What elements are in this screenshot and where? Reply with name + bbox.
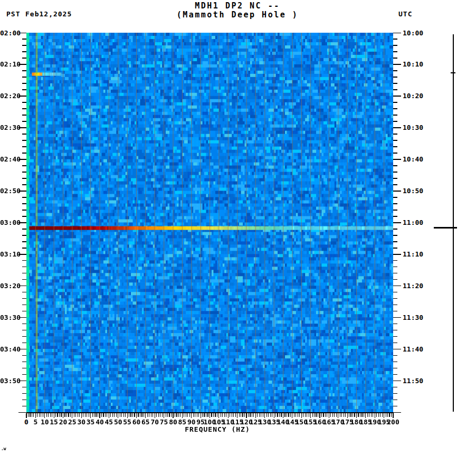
x-axis-tick bbox=[153, 413, 153, 417]
left-axis-tick bbox=[22, 102, 26, 103]
x-axis-tick bbox=[193, 413, 194, 417]
left-axis-tick bbox=[22, 374, 26, 375]
x-axis-tick bbox=[296, 413, 296, 417]
left-axis-tick bbox=[22, 343, 26, 344]
right-axis-time-label: 11:40 bbox=[403, 346, 423, 353]
x-axis-tick bbox=[39, 413, 40, 417]
right-axis-tick bbox=[393, 336, 397, 337]
x-axis-tick bbox=[237, 413, 237, 418]
right-axis-time-label: 10:30 bbox=[403, 124, 423, 131]
x-axis-tick bbox=[141, 413, 142, 417]
x-axis-tick bbox=[175, 413, 175, 417]
x-axis-tick bbox=[129, 413, 129, 417]
left-axis-tick bbox=[22, 203, 26, 204]
x-axis-tick bbox=[321, 413, 322, 417]
x-axis-tick bbox=[378, 413, 379, 417]
left-axis-tick bbox=[22, 400, 26, 401]
x-axis-tick bbox=[358, 413, 358, 417]
left-axis-tick bbox=[22, 406, 26, 407]
x-axis-tick bbox=[360, 413, 360, 417]
spectrogram-image bbox=[26, 33, 393, 412]
x-axis-tick bbox=[184, 413, 184, 417]
right-axis-tick bbox=[393, 45, 397, 46]
x-axis-tick bbox=[239, 413, 240, 417]
right-axis-tick bbox=[393, 292, 397, 293]
x-axis-title: FREQUENCY (HZ) bbox=[138, 425, 297, 433]
x-axis-tick bbox=[206, 413, 206, 417]
right-axis-tick bbox=[393, 412, 401, 413]
spectrogram-page: MDH1 DP2 NC -- (Mammoth Deep Hole ) PST … bbox=[0, 0, 476, 456]
x-axis-tick bbox=[272, 413, 272, 417]
right-axis-tick bbox=[393, 197, 397, 198]
right-axis-tick bbox=[393, 96, 401, 97]
x-axis-tick bbox=[169, 413, 169, 417]
x-axis-tick bbox=[204, 413, 204, 417]
x-axis-tick bbox=[382, 413, 383, 417]
x-axis-tick bbox=[218, 413, 219, 418]
date-label: Feb12,2025 bbox=[25, 10, 72, 18]
x-axis-tick bbox=[261, 413, 261, 417]
x-axis-tick bbox=[134, 413, 135, 417]
left-axis-tick bbox=[22, 83, 26, 84]
x-axis-tick bbox=[158, 413, 159, 417]
right-axis-tick bbox=[393, 368, 397, 369]
right-axis-tick bbox=[393, 102, 397, 103]
x-axis-tick bbox=[191, 413, 192, 418]
left-axis-tick bbox=[22, 140, 26, 141]
x-axis-tick bbox=[162, 413, 163, 417]
right-axis-tick bbox=[393, 349, 401, 350]
timezone-left-label: PST bbox=[6, 10, 20, 18]
x-axis-tick bbox=[250, 413, 250, 417]
left-axis-time-label: 03:50 bbox=[0, 377, 18, 384]
x-axis-tick bbox=[369, 413, 369, 417]
right-axis-tick bbox=[393, 260, 397, 261]
left-axis-tick bbox=[22, 70, 26, 71]
right-axis-tick bbox=[393, 127, 401, 128]
x-axis-tick bbox=[274, 413, 274, 418]
right-axis-tick bbox=[393, 70, 397, 71]
left-axis-time-label: 03:00 bbox=[0, 219, 18, 226]
right-axis-time-label: 11:30 bbox=[403, 314, 423, 321]
x-axis-tick bbox=[145, 413, 146, 418]
x-axis-tick bbox=[37, 413, 37, 417]
right-axis-tick bbox=[393, 229, 397, 230]
x-axis-tick bbox=[81, 413, 82, 418]
x-axis-tick bbox=[228, 413, 229, 418]
x-axis-tick bbox=[290, 413, 291, 417]
left-axis-tick bbox=[22, 89, 26, 90]
x-axis-tick bbox=[376, 413, 377, 417]
x-axis-tick bbox=[244, 413, 245, 417]
left-axis-tick bbox=[22, 393, 26, 394]
x-axis-tick bbox=[373, 413, 373, 417]
x-axis-tick bbox=[329, 413, 329, 418]
x-axis-tick bbox=[248, 413, 249, 417]
left-axis-tick bbox=[22, 311, 26, 312]
right-axis-tick bbox=[393, 374, 397, 375]
left-axis-time-label: 02:10 bbox=[0, 61, 18, 68]
right-axis-tick bbox=[393, 254, 401, 255]
x-axis-tick bbox=[64, 413, 65, 417]
x-axis-tick bbox=[224, 413, 225, 417]
amplitude-scale-line bbox=[453, 34, 454, 412]
x-axis-tick bbox=[268, 413, 269, 417]
x-axis-tick bbox=[327, 413, 327, 417]
x-axis-tick bbox=[323, 413, 323, 417]
right-axis-tick bbox=[393, 191, 401, 192]
x-axis-tick bbox=[85, 413, 85, 417]
left-axis-tick bbox=[22, 298, 26, 299]
left-axis-tick bbox=[22, 292, 26, 293]
x-axis-tick bbox=[259, 413, 260, 417]
x-axis-tick bbox=[226, 413, 226, 417]
x-axis-tick bbox=[121, 413, 122, 417]
left-axis-tick bbox=[22, 51, 26, 52]
x-axis-tick bbox=[215, 413, 215, 417]
x-axis-tick bbox=[389, 413, 389, 417]
left-axis-tick bbox=[22, 273, 26, 274]
right-axis-time-label: 10:00 bbox=[403, 30, 423, 36]
x-axis-tick bbox=[279, 413, 280, 417]
right-axis-tick bbox=[393, 343, 397, 344]
x-axis-tick bbox=[109, 413, 109, 418]
x-axis-tick bbox=[94, 413, 94, 417]
x-axis-tick bbox=[127, 413, 128, 418]
x-axis-tick bbox=[257, 413, 258, 417]
